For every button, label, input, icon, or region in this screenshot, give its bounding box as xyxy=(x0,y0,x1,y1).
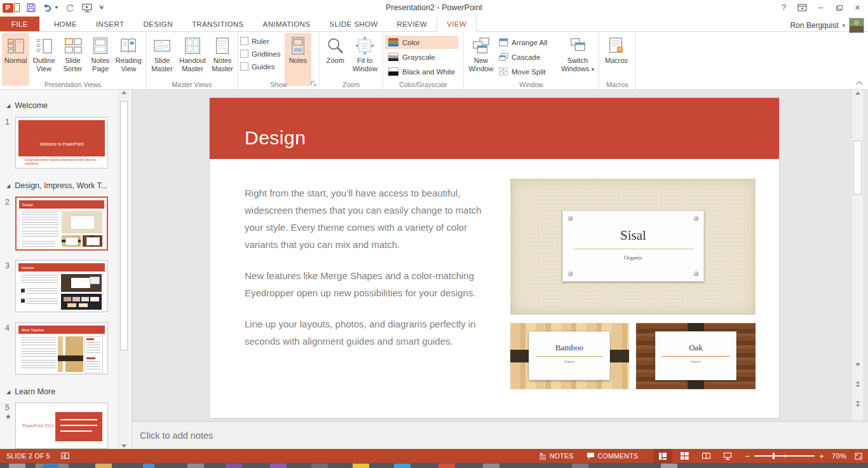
reading-view-status-button[interactable] xyxy=(696,449,715,463)
next-slide-button[interactable] xyxy=(852,401,863,407)
section-design-impress[interactable]: ◢ Design, Impress, Work T... xyxy=(6,181,107,190)
taskbar-app-icon[interactable] xyxy=(270,464,287,468)
gridlines-checkbox-row[interactable]: Gridlines xyxy=(240,49,285,59)
collapse-ribbon-button[interactable] xyxy=(855,80,863,86)
taskbar-app-icon[interactable] xyxy=(572,464,588,468)
notes-pane[interactable]: Click to add notes xyxy=(132,421,868,449)
notes-toggle-button[interactable]: Notes xyxy=(285,33,311,86)
user-avatar[interactable] xyxy=(849,18,864,33)
theme-image-sisal[interactable]: Sisal Organic xyxy=(510,179,756,315)
taskbar-app-icon[interactable] xyxy=(9,464,25,468)
undo-button[interactable] xyxy=(43,1,58,15)
tab-slideshow[interactable]: SLIDE SHOW xyxy=(320,17,387,31)
section-welcome[interactable]: ◢ Welcome xyxy=(6,101,48,110)
zoom-slider-track[interactable] xyxy=(754,455,815,457)
tab-insert[interactable]: INSERT xyxy=(86,17,133,31)
slide-canvas[interactable]: Design Right from the start, you’ll have… xyxy=(210,98,779,418)
help-button[interactable]: ? xyxy=(775,0,793,15)
taskbar-app-icon[interactable] xyxy=(483,464,499,468)
ribbon-display-options-button[interactable] xyxy=(793,0,811,15)
account-dropdown-arrow[interactable]: ▾ xyxy=(842,22,845,29)
taskbar-app-icon[interactable] xyxy=(187,464,204,468)
notes-page-button[interactable]: Notes Page xyxy=(87,33,113,86)
spell-check-icon[interactable] xyxy=(60,451,70,460)
taskbar-app-icon[interactable] xyxy=(43,464,58,468)
guides-checkbox-row[interactable]: Guides xyxy=(240,62,285,71)
redo-button-disabled[interactable] xyxy=(65,1,75,15)
slide-thumbnail-3[interactable]: Impress xyxy=(15,260,108,312)
customize-qat-button[interactable] xyxy=(99,1,104,15)
save-button[interactable] xyxy=(26,1,36,15)
switch-windows-button[interactable]: Switch Windows ▾ xyxy=(559,33,597,86)
reading-view-button[interactable]: Reading View xyxy=(114,33,144,86)
macros-button[interactable]: Macros xyxy=(601,33,632,86)
tab-design[interactable]: DESIGN xyxy=(133,17,182,31)
new-window-button[interactable]: New Window xyxy=(466,33,496,86)
switch-windows-dropdown-arrow[interactable]: ▾ xyxy=(592,66,595,72)
scrollbar-thumb[interactable] xyxy=(853,141,862,195)
slide-thumbnail-1[interactable]: Welcome to PowerPoint Design and deliver… xyxy=(15,117,108,169)
start-slideshow-button[interactable] xyxy=(81,1,93,15)
notes-master-button[interactable]: Notes Master xyxy=(209,33,236,86)
zoom-in-button[interactable]: + xyxy=(819,451,824,461)
ruler-checkbox[interactable] xyxy=(240,37,248,45)
zoom-out-button[interactable]: − xyxy=(745,451,750,461)
slide-thumbnail-5[interactable]: PowerPoint 2013 xyxy=(15,403,108,449)
grayscale-button[interactable]: Grayscale xyxy=(385,50,458,64)
taskbar-app-icon[interactable] xyxy=(661,464,677,468)
move-split-button[interactable]: Move Split xyxy=(496,65,559,78)
taskbar-app-icon[interactable] xyxy=(394,464,410,468)
taskbar-app-icon[interactable] xyxy=(95,464,112,468)
close-button[interactable]: × xyxy=(848,0,867,15)
slideshow-status-button[interactable] xyxy=(718,449,737,463)
color-button[interactable]: Color xyxy=(385,36,458,49)
slide-thumbnail-2-selected[interactable]: Design xyxy=(15,196,108,251)
comments-toggle[interactable]: COMMENTS xyxy=(584,449,641,463)
outline-view-button[interactable]: Outline View xyxy=(29,33,58,86)
zoom-slider[interactable]: − + xyxy=(745,451,824,461)
account-area[interactable]: Ron Bergquist ▾ xyxy=(790,18,864,33)
theme-image-bamboo[interactable]: Bamboo Organic xyxy=(510,323,629,389)
gridlines-checkbox[interactable] xyxy=(240,50,248,58)
tab-review[interactable]: REVIEW xyxy=(388,17,437,31)
scroll-down-button[interactable] xyxy=(852,363,863,366)
notes-toggle[interactable]: NOTES xyxy=(536,449,576,463)
zoom-slider-handle[interactable] xyxy=(773,453,775,459)
notes-placeholder[interactable]: Click to add notes xyxy=(140,430,213,441)
taskbar-app-icon[interactable] xyxy=(353,464,369,468)
scroll-up-button[interactable] xyxy=(119,91,129,94)
theme-image-oak[interactable]: Oak Organic xyxy=(636,323,756,389)
black-and-white-button[interactable]: Black and White xyxy=(385,65,458,78)
previous-slide-button[interactable] xyxy=(852,381,863,387)
scrollbar-thumb[interactable] xyxy=(120,101,128,350)
tab-file[interactable]: FILE xyxy=(0,17,39,31)
normal-view-status-button[interactable] xyxy=(653,449,672,463)
taskbar-app-icon[interactable] xyxy=(226,464,242,468)
slide-title-banner[interactable]: Design xyxy=(210,98,779,159)
undo-dropdown-arrow[interactable] xyxy=(55,6,58,9)
section-collapse-icon[interactable]: ◢ xyxy=(6,389,10,395)
slide-sorter-button[interactable]: Slide Sorter xyxy=(58,33,87,86)
cascade-button[interactable]: Cascade xyxy=(496,50,559,64)
section-collapse-icon[interactable]: ◢ xyxy=(6,183,10,189)
taskbar-app-icon[interactable] xyxy=(143,464,154,468)
restore-button[interactable] xyxy=(830,0,848,15)
fit-slide-to-window-button[interactable] xyxy=(854,452,863,460)
windows-taskbar[interactable] xyxy=(0,463,868,468)
fit-to-window-button[interactable]: Fit to Window xyxy=(349,33,381,86)
normal-view-button[interactable]: Normal xyxy=(2,33,29,86)
ruler-checkbox-row[interactable]: Ruler xyxy=(240,36,285,46)
section-learn-more[interactable]: ◢ Learn More xyxy=(6,387,55,396)
arrange-all-button[interactable]: Arrange All xyxy=(496,36,559,49)
taskbar-app-icon[interactable] xyxy=(438,464,455,468)
guides-checkbox[interactable] xyxy=(240,62,248,71)
slide-thumbnail-4[interactable]: Work Together xyxy=(15,322,108,375)
tab-animations[interactable]: ANIMATIONS xyxy=(254,17,320,31)
zoom-button[interactable]: Zoom xyxy=(322,33,349,86)
scroll-down-button[interactable] xyxy=(119,444,129,448)
minimize-button[interactable]: – xyxy=(811,0,830,15)
thumbnail-pane-scrollbar[interactable] xyxy=(118,90,129,449)
handout-master-button[interactable]: Handout Master xyxy=(176,33,209,86)
tab-view[interactable]: VIEW xyxy=(437,16,477,32)
tab-transitions[interactable]: TRANSITIONS xyxy=(182,17,254,31)
